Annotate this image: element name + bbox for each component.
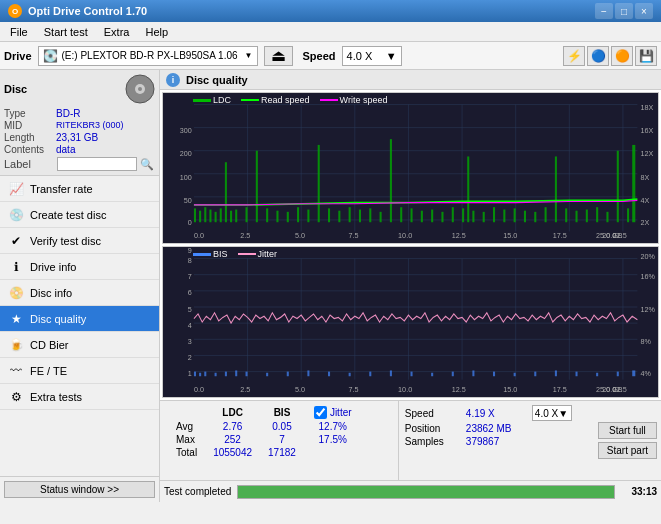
sidebar-item-extra-tests[interactable]: ⚙ Extra tests (0, 384, 159, 410)
eject-button[interactable]: ⏏ (264, 46, 293, 66)
sidebar-label-verify-test-disc: Verify test disc (30, 235, 101, 247)
svg-rect-141 (307, 370, 309, 376)
toolbar-btn-4[interactable]: 💾 (635, 46, 657, 66)
jitter-checkbox[interactable]: Jitter (314, 406, 352, 419)
svg-rect-82 (576, 211, 578, 223)
bottom-progress-bar (237, 485, 615, 499)
svg-rect-64 (400, 207, 402, 222)
svg-text:15.0: 15.0 (503, 385, 517, 394)
menu-help[interactable]: Help (139, 25, 174, 39)
svg-rect-79 (545, 207, 547, 222)
speed-row: Speed 4.19 X 4.0 X ▼ (405, 405, 592, 421)
sidebar-item-verify-test-disc[interactable]: ✔ Verify test disc (0, 228, 159, 254)
svg-rect-152 (534, 372, 536, 377)
svg-rect-54 (297, 207, 299, 222)
title-bar: O Opti Drive Control 1.70 − □ × (0, 0, 661, 22)
main-area: Disc Type BD-R MID RITEKBR3 (000) Lengt (0, 70, 661, 502)
disc-type-label: Type (4, 108, 54, 119)
svg-text:200: 200 (180, 149, 192, 158)
svg-rect-143 (349, 373, 351, 376)
close-button[interactable]: × (635, 3, 653, 19)
svg-rect-142 (328, 372, 330, 377)
avg-ldc-value: 2.76 (205, 420, 260, 433)
samples-label: Samples (405, 436, 460, 447)
svg-text:25.0 GB: 25.0 GB (596, 231, 622, 240)
svg-rect-65 (411, 208, 413, 222)
svg-rect-145 (390, 370, 392, 376)
bis-chart-svg: 1 2 3 4 5 6 7 8 9 10 4% 8% 12% 16% 20% (163, 247, 658, 397)
svg-text:17.5: 17.5 (553, 231, 567, 240)
write-speed-legend-item: Write speed (320, 95, 388, 105)
maximize-button[interactable]: □ (615, 3, 633, 19)
svg-rect-83 (586, 210, 588, 223)
status-window-button[interactable]: Status window >> (4, 481, 155, 498)
svg-text:12.5: 12.5 (452, 385, 466, 394)
svg-rect-151 (514, 373, 516, 376)
sidebar-item-disc-info[interactable]: 📀 Disc info (0, 280, 159, 306)
svg-text:12.5: 12.5 (452, 231, 466, 240)
svg-rect-133 (199, 373, 201, 376)
bottom-time: 33:13 (621, 486, 657, 497)
svg-rect-46 (225, 162, 227, 222)
disc-quality-header-icon: i (166, 73, 180, 87)
disc-label-icon[interactable]: 🔍 (140, 158, 154, 171)
svg-text:25.0 GB: 25.0 GB (596, 385, 622, 394)
speed-stat-label: Speed (405, 408, 460, 419)
svg-rect-134 (204, 372, 206, 377)
stats-col-ldc: LDC (205, 405, 260, 420)
disc-label-row: Label 🔍 (4, 157, 155, 171)
jitter-check-input[interactable] (314, 406, 327, 419)
ldc-legend-color (193, 99, 211, 102)
svg-rect-80 (555, 156, 557, 222)
sidebar-item-drive-info[interactable]: ℹ Drive info (0, 254, 159, 280)
disc-panel: Disc Type BD-R MID RITEKBR3 (000) Lengt (0, 70, 159, 176)
drive-selector[interactable]: 💽 (E:) PLEXTOR BD-R PX-LB950SA 1.06 ▼ (38, 46, 258, 66)
jitter-legend-item: Jitter (238, 249, 278, 259)
disc-label-label: Label (4, 158, 54, 170)
menu-extra[interactable]: Extra (98, 25, 136, 39)
svg-rect-57 (328, 208, 330, 222)
svg-rect-144 (369, 372, 371, 377)
bottom-progress-fill (238, 486, 614, 498)
menu-file[interactable]: File (4, 25, 34, 39)
sidebar-item-disc-quality[interactable]: ★ Disc quality (0, 306, 159, 332)
action-buttons: Start full Start part (598, 401, 661, 480)
toolbar-btn-1[interactable]: ⚡ (563, 46, 585, 66)
svg-rect-150 (493, 372, 495, 377)
max-bis-value: 7 (260, 433, 304, 446)
sidebar-item-transfer-rate[interactable]: 📈 Transfer rate (0, 176, 159, 202)
sidebar-item-fe-te[interactable]: 〰 FE / TE (0, 358, 159, 384)
toolbar-btn-2[interactable]: 🔵 (587, 46, 609, 66)
sidebar-label-drive-info: Drive info (30, 261, 76, 273)
svg-rect-155 (596, 373, 598, 376)
svg-text:0.0: 0.0 (194, 385, 204, 394)
speed-stat-select[interactable]: 4.0 X ▼ (532, 405, 572, 421)
sidebar-item-cd-bier[interactable]: 🍺 CD Bier (0, 332, 159, 358)
right-stats-area: Speed 4.19 X 4.0 X ▼ Position 23862 MB S… (398, 401, 598, 480)
disc-mid-label: MID (4, 120, 54, 131)
minimize-button[interactable]: − (595, 3, 613, 19)
svg-rect-62 (380, 212, 382, 222)
svg-rect-50 (256, 151, 258, 223)
speed-selector[interactable]: 4.0 X ▼ (342, 46, 402, 66)
svg-rect-61 (369, 208, 371, 222)
svg-rect-154 (576, 372, 578, 377)
disc-title: Disc (4, 83, 27, 95)
svg-rect-86 (617, 151, 619, 223)
title-bar-left: O Opti Drive Control 1.70 (8, 4, 147, 18)
speed-stat-dropdown-arrow: ▼ (558, 408, 568, 419)
start-full-button[interactable]: Start full (598, 422, 657, 439)
ldc-legend-item: LDC (193, 95, 231, 105)
svg-rect-68 (441, 212, 443, 222)
disc-label-input[interactable] (57, 157, 137, 171)
sidebar-item-create-test-disc[interactable]: 💿 Create test disc (0, 202, 159, 228)
svg-text:15.0: 15.0 (503, 231, 517, 240)
max-ldc-value: 252 (205, 433, 260, 446)
toolbar-btn-3[interactable]: 🟠 (611, 46, 633, 66)
menu-start-test[interactable]: Start test (38, 25, 94, 39)
svg-rect-140 (287, 372, 289, 377)
read-speed-legend-color (241, 99, 259, 101)
svg-text:5.0: 5.0 (295, 231, 305, 240)
svg-text:16%: 16% (640, 272, 655, 281)
start-part-button[interactable]: Start part (598, 442, 657, 459)
